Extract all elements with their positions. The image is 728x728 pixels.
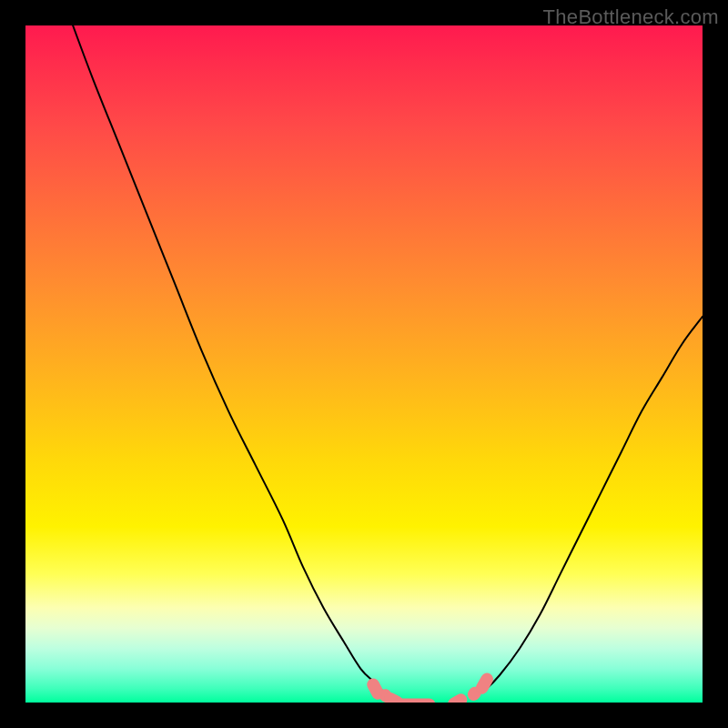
- highlight-layer: [25, 25, 703, 703]
- highlight-segment: [446, 692, 470, 703]
- chart-frame: TheBottleneck.com: [0, 0, 728, 728]
- highlight-segments: [365, 671, 496, 703]
- plot-area: [25, 25, 703, 703]
- highlight-segment: [391, 698, 435, 703]
